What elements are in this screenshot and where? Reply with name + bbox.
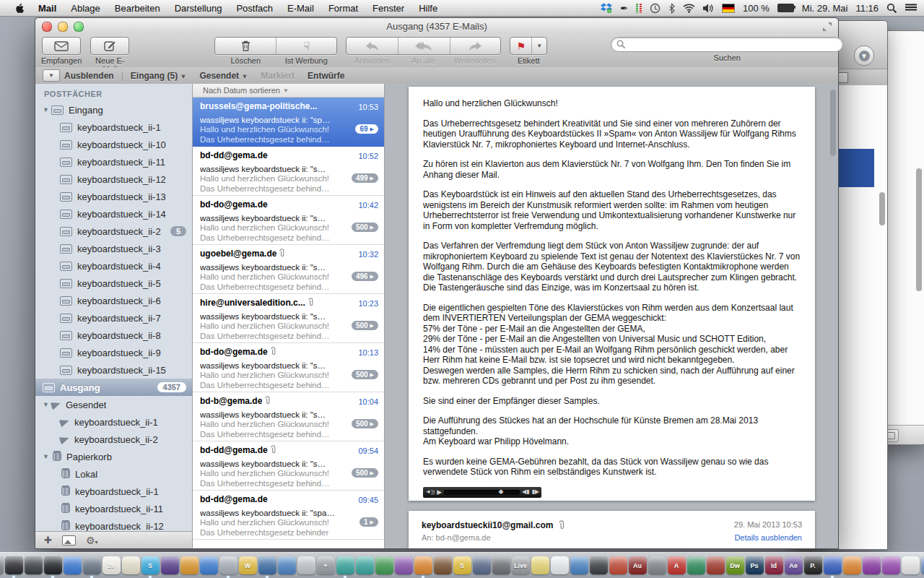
disclosure-triangle-icon[interactable]: ▼	[43, 401, 51, 408]
sidebar-item[interactable]: ▼ keyboardstueck_ii-4	[35, 257, 192, 275]
sidebar-item[interactable]: ▼ keyboardstueck_ii-9	[35, 344, 192, 361]
disclosure-triangle-icon[interactable]: ▼	[43, 453, 51, 460]
sidebar-item[interactable]: ▼ keyboardstueck_ii-5	[35, 275, 192, 292]
audio-progress-knob[interactable]: ◆	[499, 488, 504, 495]
message-row[interactable]: bd-dd@gema.de 10:52 wassiljews keyboards…	[193, 147, 384, 196]
background-window-2-scrollbar[interactable]	[916, 168, 922, 291]
dock-item[interactable]	[648, 556, 666, 574]
thread-count-badge[interactable]: 496▶	[352, 272, 378, 281]
audio-progress-track[interactable]: ◆	[444, 490, 520, 495]
battery-icon[interactable]	[777, 4, 794, 12]
dock-item[interactable]	[278, 556, 296, 574]
sidebar-item[interactable]: ▼ Eingang	[35, 101, 192, 118]
thread-count-badge[interactable]: 500▶	[352, 370, 378, 379]
flag-dropdown-button[interactable]: ▼	[531, 38, 546, 54]
dock-item[interactable]: W	[239, 556, 257, 574]
message-row[interactable]: bd-dd@gema.de 09:45 wassiljews keyboards…	[193, 491, 384, 540]
dock-item[interactable]	[843, 556, 861, 574]
dock-item[interactable]	[882, 556, 900, 574]
sidebar-item[interactable]: ▼ keyboardstueck_ii-14	[35, 205, 192, 223]
show-panel-icon[interactable]	[62, 535, 76, 545]
dock-item[interactable]	[297, 556, 315, 574]
dock-item[interactable]: Ae	[785, 556, 803, 574]
dock-item[interactable]	[395, 556, 413, 574]
play-icon[interactable]: ▶	[437, 489, 442, 496]
dock-item[interactable]	[902, 556, 920, 574]
istat-menus-icon[interactable]	[636, 4, 642, 13]
dock-item[interactable]	[609, 556, 627, 574]
thread-count-badge[interactable]: 499▶	[352, 173, 378, 183]
dock-item[interactable]	[161, 556, 179, 574]
dock-item[interactable]	[551, 556, 569, 574]
title-bar[interactable]: Ausgang (4357 E-Mails)	[35, 18, 838, 34]
dropbox-icon[interactable]	[601, 3, 612, 13]
sidebar-item[interactable]: ▼ keyboardstueck_ii-7	[35, 309, 192, 327]
search-field[interactable]	[611, 37, 843, 52]
sidebar-item[interactable]: ▼ keyboardstueck_ii-13	[35, 188, 192, 205]
message-row[interactable]: bd-dd@gema.de 09:54 wassiljews keyboards…	[193, 441, 384, 491]
dock-item[interactable]	[590, 556, 608, 574]
dock-item[interactable]	[336, 556, 354, 574]
dock-item[interactable]: Ps	[746, 556, 764, 574]
dock-item[interactable]	[83, 556, 101, 574]
volume-icon[interactable]: ◄))	[425, 489, 435, 495]
dock-item[interactable]	[122, 556, 140, 574]
dock-item[interactable]	[44, 556, 62, 574]
search-input[interactable]	[629, 39, 842, 51]
junk-button[interactable]: ☟	[276, 38, 336, 54]
message-row[interactable]: bd-do@gema.de 10:42 wassiljews keyboards…	[193, 196, 384, 245]
dock-item[interactable]: S	[141, 556, 160, 574]
wifi-icon[interactable]	[683, 4, 695, 13]
thread-count-badge[interactable]: 500▶	[352, 468, 378, 478]
input-language-flag-icon[interactable]	[722, 4, 735, 13]
sidebar-item[interactable]: ▼ keyboardstueck_ii-1	[35, 483, 192, 500]
dock-item[interactable]: Id	[765, 556, 783, 574]
dock-item[interactable]: +	[317, 556, 335, 574]
dock-item[interactable]	[375, 556, 393, 574]
dock-item[interactable]: Live	[512, 556, 530, 574]
dock-item[interactable]	[64, 556, 82, 574]
dock-item[interactable]: A	[668, 556, 686, 574]
dock-item[interactable]	[200, 556, 218, 574]
download-circle-icon[interactable]: ▼	[854, 46, 874, 66]
dock-item[interactable]	[0, 556, 4, 574]
menu-item[interactable]: Fenster	[365, 1, 411, 16]
dock-item[interactable]	[414, 556, 432, 574]
step-forward-icon[interactable]: ▮▶	[531, 489, 539, 495]
favorites-item[interactable]: Entwürfe ▼	[308, 71, 344, 81]
add-mailbox-icon[interactable]: ✚	[44, 535, 52, 545]
zoom-button[interactable]	[74, 22, 84, 32]
delete-button[interactable]	[215, 38, 276, 54]
ink-pen-icon[interactable]: ✒	[620, 3, 628, 14]
menu-item[interactable]: Bearbeiten	[108, 1, 167, 16]
sidebar-item[interactable]: ▼ keyboardstueck_ii-3	[35, 240, 192, 257]
menu-item[interactable]: Hilfe	[411, 1, 445, 16]
sidebar-item[interactable]: ▼ keyboardstueck_ii-11	[35, 500, 192, 517]
apple-menu-icon[interactable]	[7, 3, 31, 14]
sidebar-item[interactable]: ▼ Lokal	[35, 465, 192, 483]
dock-item[interactable]	[258, 556, 276, 574]
disclosure-triangle-icon[interactable]: ▼	[43, 106, 51, 113]
reply-button[interactable]	[346, 38, 398, 54]
sidebar-item[interactable]: ▼ keyboardstueck_ii-2	[35, 431, 192, 448]
thread-count-badge[interactable]: 1▶	[359, 517, 378, 527]
message-row[interactable]: hire@universaledition.c... 10:23 wassilj…	[193, 294, 384, 343]
menu-item[interactable]: Postfach	[229, 1, 280, 16]
dock-item[interactable]: S	[453, 556, 471, 574]
menu-item[interactable]: E-Mail	[280, 1, 321, 16]
reading-pane-scrollbar[interactable]	[830, 90, 836, 156]
sidebar-item[interactable]: ▼ keyboardstueck_ii-15	[35, 361, 192, 379]
close-button[interactable]	[42, 22, 52, 32]
sidebar-item[interactable]: ▼ keyboardstueck_ii-10	[35, 136, 192, 153]
thread-count-badge[interactable]: 500▶	[352, 223, 378, 232]
thread-count-badge[interactable]: 500▶	[352, 321, 378, 330]
dock-item[interactable]: Dw	[726, 556, 744, 574]
dock-item[interactable]	[25, 556, 43, 574]
favorites-item[interactable]: Eingang (5) ▼	[131, 71, 187, 81]
dock-item[interactable]	[356, 556, 374, 574]
forward-button[interactable]	[450, 38, 501, 54]
dock-item[interactable]	[531, 556, 549, 574]
menu-item[interactable]: Ablage	[64, 1, 107, 16]
flag-button[interactable]: ⚑	[510, 38, 531, 54]
hide-favorites-button[interactable]: ▼	[43, 69, 60, 82]
